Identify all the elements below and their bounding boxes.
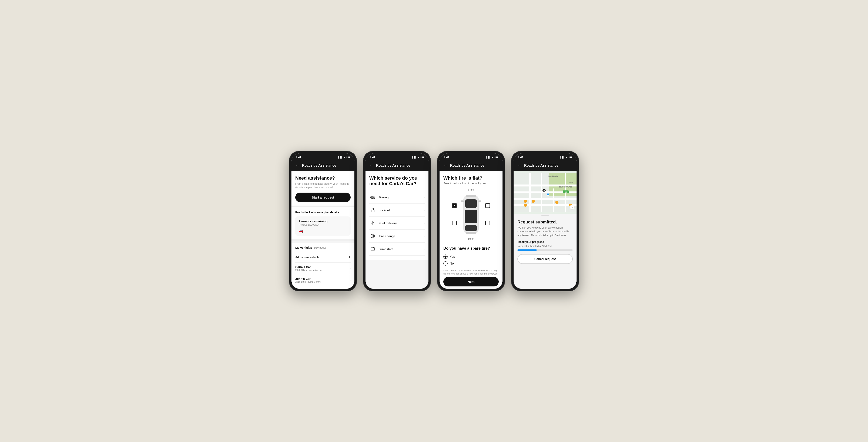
- vehicle-desc-1: 2020 Silver Honda Accord: [295, 269, 349, 271]
- phone-1: 9:41 ▐▐▐ ▲ ▮▮▮ ← Roadside Assistance Nee…: [289, 151, 357, 291]
- svg-rect-12: [371, 248, 375, 250]
- add-vehicle-item[interactable]: Add a new vehicle +: [295, 252, 351, 263]
- signal-icon-2: ▐▐▐: [412, 156, 416, 158]
- progress-bar-bg: [517, 249, 573, 251]
- screen3-content: Which tire is flat? Select the location …: [439, 171, 502, 289]
- vehicle-item-1[interactable]: Carla's Car 2020 Silver Honda Accord ›: [295, 263, 351, 274]
- svg-text:Webb Bridge Rd: Webb Bridge Rd: [548, 175, 558, 177]
- next-button[interactable]: Next: [443, 277, 499, 287]
- svg-rect-20: [466, 232, 476, 234]
- start-request-button[interactable]: Start a request: [295, 193, 351, 202]
- spare-section: Do you have a spare tire? Yes No Note: C…: [443, 244, 499, 282]
- rear-left-checkbox[interactable]: [452, 221, 457, 225]
- back-button-2[interactable]: ←: [369, 163, 374, 168]
- svg-rect-28: [514, 204, 577, 206]
- service-lockout[interactable]: Lockout ›: [369, 204, 425, 217]
- screen2-inner: Which service do you need for Carla's Ca…: [366, 171, 429, 260]
- rear-right-checkbox[interactable]: [485, 221, 490, 225]
- svg-rect-18: [465, 225, 477, 231]
- svg-point-3: [374, 198, 375, 199]
- cancel-request-button[interactable]: Cancel request: [517, 254, 573, 264]
- battery-icon-2: ▮▮▮: [421, 156, 424, 158]
- submitted-desc: We'll let you know as soon as we assign …: [517, 226, 573, 237]
- screen3-inner: Which tire is flat? Select the location …: [439, 171, 502, 286]
- signal-icon-4: ▐▐▐: [560, 156, 564, 158]
- rear-label: Rear: [468, 237, 474, 240]
- vehicle-info-2: John's Car 2018 Blue Toyota Camry: [295, 277, 349, 283]
- svg-rect-4: [371, 210, 374, 212]
- front-left-checkbox[interactable]: [452, 203, 457, 208]
- service-tire[interactable]: Tire change ›: [369, 230, 425, 243]
- spare-no-radio[interactable]: [443, 261, 447, 266]
- vehicle-name-1: Carla's Car: [295, 265, 349, 269]
- tire-flat-title: Which tire is flat?: [443, 175, 499, 181]
- battery-icon-4: ▮▮▮: [568, 156, 572, 158]
- svg-text:128: 128: [565, 191, 567, 193]
- back-button-3[interactable]: ←: [443, 163, 447, 168]
- screen4-content: Webb Bridge Rd Sideline 128 COUNTRY PLAC…: [514, 171, 577, 289]
- fuel-arrow: ›: [424, 221, 425, 225]
- phone-3: 9:41 ▐▐▐ ▲ ▮▮▮ ← Roadside Assistance Whi…: [437, 151, 505, 291]
- lockout-arrow: ›: [424, 208, 425, 212]
- fuel-icon: [369, 219, 376, 227]
- spare-yes-item[interactable]: Yes: [443, 253, 499, 260]
- service-towing[interactable]: Towing ›: [369, 191, 425, 204]
- wifi-icon-3: ▲: [491, 156, 493, 158]
- svg-rect-22: [478, 201, 481, 202]
- phone-4: 9:41 ▐▐▐ ▲ ▮▮▮ ← Roadside Assistance: [511, 151, 579, 291]
- phone-2: 9:41 ▐▐▐ ▲ ▮▮▮ ← Roadside Assistance Whi…: [363, 151, 431, 291]
- nav-bar-1: ← Roadside Assistance: [291, 161, 354, 171]
- svg-point-7: [372, 235, 374, 237]
- car-diagram: Front: [443, 188, 499, 240]
- front-right-checkbox[interactable]: [485, 203, 490, 208]
- plan-renews: Renews 10/20/2024: [299, 224, 347, 226]
- divider-2: [291, 239, 354, 241]
- vehicles-count: 3/10 added: [314, 246, 327, 249]
- vehicle-name-2: John's Car: [295, 277, 349, 281]
- car-icon: 🚗: [299, 228, 347, 233]
- back-button-4[interactable]: ←: [517, 163, 522, 168]
- spare-no-item[interactable]: No: [443, 260, 499, 267]
- status-icons-3: ▐▐▐ ▲ ▮▮▮: [486, 156, 498, 158]
- status-bar-1: 9:41 ▐▐▐ ▲ ▮▮▮: [291, 153, 354, 161]
- signal-icon: ▐▐▐: [338, 156, 342, 158]
- vehicles-title: My vehicles: [295, 246, 312, 249]
- car-checkboxes-container: [452, 193, 490, 236]
- right-checkboxes: [485, 203, 490, 225]
- svg-text:⊕: ⊕: [571, 206, 573, 208]
- info-section: Request submitted. We'll let you know as…: [514, 216, 577, 267]
- front-label: Front: [468, 188, 474, 191]
- spare-yes-radio[interactable]: [443, 255, 447, 259]
- service-fuel[interactable]: Fuel delivery ›: [369, 217, 425, 230]
- drag-handle: [541, 215, 549, 216]
- service-jumpstart[interactable]: Jumpstart ›: [369, 243, 425, 256]
- back-button-1[interactable]: ←: [295, 163, 300, 168]
- towing-arrow: ›: [424, 195, 425, 199]
- jumpstart-arrow: ›: [424, 247, 425, 251]
- signal-icon-3: ▐▐▐: [486, 156, 490, 158]
- vehicle-item-2[interactable]: John's Car 2018 Blue Toyota Camry ›: [295, 274, 351, 286]
- hero-subtitle: From a flat tire to a dead battery, your…: [295, 182, 351, 189]
- plus-icon: +: [348, 255, 351, 259]
- hero-section: Need assistance? From a flat tire to a d…: [291, 171, 354, 206]
- map-area: Webb Bridge Rd Sideline 128 COUNTRY PLAC…: [514, 171, 577, 214]
- drag-handle-area: [514, 214, 577, 216]
- status-time-2: 9:41: [370, 155, 375, 159]
- lockout-icon: [369, 207, 376, 213]
- lockout-label: Lockout: [379, 208, 424, 212]
- car-top-view: [459, 193, 483, 236]
- plan-section: Roadside Assistance plan details 2 event…: [291, 207, 354, 239]
- nav-bar-2: ← Roadside Assistance: [366, 161, 429, 171]
- vehicles-header: My vehicles 3/10 added: [295, 246, 351, 249]
- screen2-content: Which service do you need for Carla's Ca…: [366, 171, 429, 289]
- phones-container: 9:41 ▐▐▐ ▲ ▮▮▮ ← Roadside Assistance Nee…: [289, 151, 579, 291]
- service-selection-title: Which service do you need for Carla's Ca…: [369, 175, 425, 187]
- track-time: Request submitted at 9:51 AM.: [517, 245, 573, 248]
- svg-point-36: [555, 201, 558, 204]
- svg-rect-29: [529, 173, 531, 212]
- vehicle-arrow-1: ›: [349, 267, 351, 270]
- add-vehicle-text: Add a new vehicle: [295, 256, 319, 259]
- tire-label: Tire change: [379, 234, 424, 238]
- svg-point-34: [532, 200, 535, 203]
- divider-1: [291, 206, 354, 207]
